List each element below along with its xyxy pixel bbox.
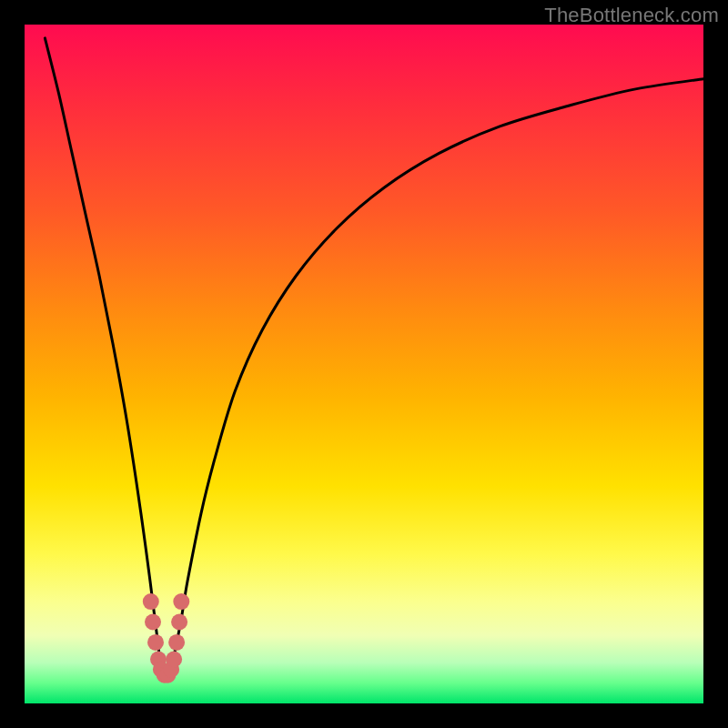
highlight-dot [143,593,159,610]
highlight-dot [145,614,161,631]
watermark-text: TheBottleneck.com [544,4,719,27]
highlight-dot [171,614,187,631]
highlight-dots [143,593,190,683]
highlight-dot [168,634,185,651]
highlight-dot [147,634,164,651]
highlight-dot [166,652,182,668]
bottleneck-curve [45,38,703,678]
highlight-dot [173,593,189,610]
chart-plot-area [25,25,703,703]
bottleneck-chart-svg [25,25,703,703]
